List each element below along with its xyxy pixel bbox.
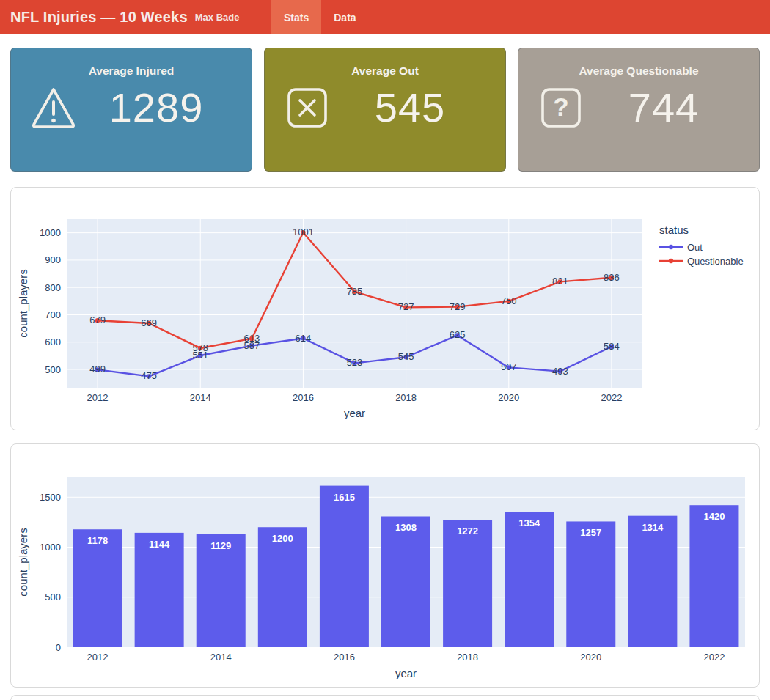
card-value: 744 [584, 84, 759, 131]
y-axis-title: count_players [17, 528, 29, 596]
data-point-label: 1001 [293, 226, 314, 237]
bar-value-label: 1420 [703, 511, 725, 522]
bar-2016[interactable] [320, 486, 369, 647]
data-point-label: 493 [552, 366, 568, 377]
app-title: NFL Injuries — 10 Weeks [10, 9, 188, 26]
data-point-label: 523 [347, 357, 363, 368]
legend-item-out[interactable]: Out [659, 242, 703, 253]
bar-value-label: 1354 [518, 517, 540, 528]
data-point-label: 613 [243, 333, 260, 344]
card-average-injured: Average Injured 1289 [10, 48, 252, 172]
y-tick-label: 900 [45, 254, 61, 265]
y-tick-label: 1500 [40, 492, 61, 503]
x-tick-label: 2014 [210, 652, 232, 663]
data-point-label: 727 [398, 301, 414, 312]
legend-label: Questionable [687, 256, 744, 267]
tab-data[interactable]: Data [321, 0, 368, 34]
y-axis-title: count_players [17, 269, 29, 337]
app-author: Max Bade [195, 12, 240, 23]
bar-value-label: 1615 [334, 492, 355, 503]
bar-value-label: 1129 [210, 540, 231, 551]
x-tick-label: 2016 [334, 652, 355, 663]
bar-2020[interactable] [566, 521, 615, 647]
legend-label: Out [687, 242, 703, 253]
card-average-out: Average Out 545 [264, 48, 506, 172]
data-point-label: 836 [604, 272, 620, 283]
x-axis-title: year [344, 407, 365, 419]
data-point-label: 625 [450, 329, 466, 340]
bar-2017[interactable] [381, 516, 430, 647]
bar-value-label: 1200 [272, 533, 293, 544]
bar-value-label: 1272 [457, 526, 478, 537]
data-point-label: 475 [141, 370, 157, 381]
svg-text:?: ? [553, 92, 568, 121]
tab-stats[interactable]: Stats [271, 0, 321, 34]
bar-value-label: 1314 [642, 522, 664, 533]
y-tick-label: 500 [45, 364, 61, 375]
x-tick-label: 2012 [87, 652, 109, 663]
y-tick-label: 700 [45, 309, 61, 320]
app-header: NFL Injuries — 10 Weeks Max Bade Stats D… [0, 0, 770, 34]
question-square-icon: ? [538, 84, 584, 131]
data-point-label: 499 [89, 364, 106, 375]
x-tick-label: 2022 [601, 392, 622, 403]
x-tick-label: 2018 [457, 652, 478, 663]
x-tick-label: 2012 [87, 392, 109, 403]
x-tick-label: 2014 [190, 392, 211, 403]
bar-value-label: 1308 [395, 522, 417, 533]
y-tick-label: 600 [45, 336, 61, 347]
x-tick-label: 2016 [293, 392, 314, 403]
bar-2021[interactable] [628, 516, 677, 647]
data-point-label: 679 [89, 314, 106, 325]
line-chart-panel: 5006007008009001000201220142016201820202… [10, 187, 760, 430]
x-square-icon [284, 84, 331, 131]
data-point-label: 614 [296, 333, 312, 344]
legend-title: status [659, 224, 689, 236]
bar-2012[interactable] [73, 529, 122, 647]
data-point-label: 821 [552, 276, 568, 287]
card-title: Average Questionable [518, 65, 759, 78]
data-point-label: 578 [192, 342, 208, 353]
next-panel-edge [10, 695, 760, 700]
legend-item-questionable[interactable]: Questionable [659, 256, 744, 267]
card-title: Average Injured [11, 65, 252, 78]
card-title: Average Out [265, 65, 505, 78]
x-axis-title: year [395, 667, 417, 679]
bar-chart-panel: 050010001500201220142016201820202022year… [10, 443, 760, 688]
y-tick-label: 1000 [40, 227, 61, 238]
bar-chart-svg: 050010001500201220142016201820202022year… [11, 444, 759, 687]
data-point-label: 669 [141, 317, 157, 328]
x-tick-label: 2020 [580, 652, 601, 663]
tab-bar: Stats Data [271, 0, 369, 34]
data-point-label: 750 [501, 295, 517, 306]
y-tick-label: 1000 [40, 542, 61, 553]
data-point-label: 729 [450, 301, 466, 312]
bar-value-label: 1178 [87, 535, 108, 546]
card-average-questionable: Average Questionable ? 744 [518, 48, 760, 172]
data-point-label: 584 [604, 341, 620, 352]
data-point-label: 507 [501, 361, 517, 372]
warning-triangle-icon [30, 84, 77, 131]
x-tick-label: 2020 [498, 392, 519, 403]
y-tick-label: 0 [56, 642, 61, 653]
data-point-label: 785 [347, 286, 363, 297]
data-point-label: 545 [398, 351, 414, 362]
line-chart-svg: 5006007008009001000201220142016201820202… [11, 188, 759, 430]
bar-value-label: 1144 [149, 539, 170, 550]
x-tick-label: 2018 [395, 392, 417, 403]
bar-2013[interactable] [135, 533, 184, 647]
bar-value-label: 1257 [580, 527, 601, 538]
dashboard: NFL Injuries — 10 Weeks Max Bade Stats D… [0, 0, 770, 700]
card-value: 1289 [77, 84, 252, 131]
card-value: 545 [331, 84, 505, 131]
y-tick-label: 500 [45, 592, 61, 603]
x-tick-label: 2022 [703, 652, 725, 663]
bar-2018[interactable] [443, 520, 492, 647]
bar-2022[interactable] [689, 505, 738, 647]
bar-2019[interactable] [505, 512, 554, 647]
bar-2015[interactable] [258, 527, 307, 647]
bar-2014[interactable] [197, 534, 246, 647]
y-tick-label: 800 [45, 282, 61, 293]
